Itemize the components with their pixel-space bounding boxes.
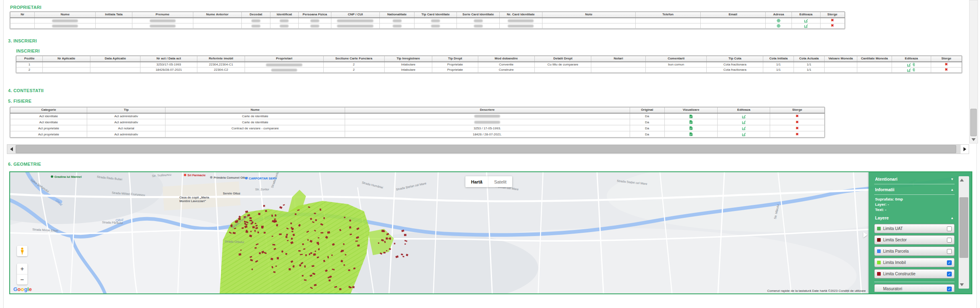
table-row[interactable]: ✖	[10, 23, 845, 28]
delete-icon[interactable]: ✖	[796, 120, 799, 124]
scroll-down-button[interactable]	[970, 136, 978, 143]
delete-icon[interactable]: ✖	[945, 62, 948, 66]
layer-toggle-limita-constructie[interactable]: Limita Constructie✓	[874, 269, 955, 278]
horizontal-scrollbar[interactable]	[7, 144, 969, 154]
zoom-in-button[interactable]: +	[17, 264, 27, 274]
edit-icon[interactable]	[742, 120, 746, 124]
column-header[interactable]: Cantitate Moneda	[857, 56, 892, 62]
delete-icon[interactable]: ✖	[831, 18, 834, 22]
edit-icon[interactable]	[742, 114, 746, 118]
satellite-view-button[interactable]: Satelit	[488, 176, 512, 187]
panel-scrollbar[interactable]	[959, 176, 969, 289]
column-header[interactable]: Cota Actuala	[794, 56, 824, 62]
column-header[interactable]: Adresa	[765, 12, 792, 18]
column-header[interactable]: Telefon	[635, 12, 700, 18]
column-header[interactable]: Descriere	[345, 108, 630, 113]
poi-label[interactable]: Primăria Comunei Oituz	[214, 176, 248, 179]
column-header[interactable]: Sterge	[770, 108, 825, 113]
layer-toggle-masuratori[interactable]: Masuratori✓	[874, 284, 955, 292]
edit-icon[interactable]	[804, 19, 808, 23]
panel-scrollbar-thumb[interactable]	[959, 197, 968, 258]
arrow-up-icon[interactable]	[960, 179, 964, 181]
panel-section-informatii[interactable]: Informatii ▲	[874, 185, 955, 194]
table-row[interactable]: Act proprietateAct administrativ18426 / …	[10, 131, 825, 137]
attachment-icon[interactable]	[912, 63, 916, 67]
column-header[interactable]: Email	[700, 12, 765, 18]
column-header[interactable]: Editeaza	[718, 108, 770, 113]
column-header[interactable]: Cota Initiala	[763, 56, 794, 62]
column-header[interactable]: Nr. Card Identitate	[500, 12, 542, 18]
column-header[interactable]: Persoana Fizica	[299, 12, 331, 18]
delete-icon[interactable]: ✖	[796, 114, 799, 118]
column-header[interactable]: Valoare Moneda	[824, 56, 857, 62]
poi-icon[interactable]	[184, 174, 186, 176]
column-header[interactable]: Proprietari	[245, 56, 323, 62]
table-row[interactable]: Act identitateAct administrativCarte de …	[10, 119, 825, 125]
delete-icon[interactable]: ✖	[831, 23, 834, 27]
poi-label[interactable]: Serele Oituz	[223, 192, 241, 195]
edit-icon[interactable]	[742, 126, 746, 130]
edit-icon[interactable]	[742, 132, 746, 136]
column-header[interactable]: Editeaza	[892, 56, 931, 62]
delete-icon[interactable]: ✖	[796, 132, 799, 136]
column-header[interactable]: Sterge	[820, 12, 844, 18]
column-header[interactable]: Decedat	[242, 12, 270, 18]
column-header[interactable]: Initiala Tata	[96, 12, 132, 18]
scroll-left-button[interactable]	[7, 145, 15, 154]
map-canvas[interactable]: Valea ȘtefanuluiStrada Radu BubeiStr. Tr…	[9, 171, 972, 294]
column-header[interactable]: Notari	[591, 56, 646, 62]
vertical-scrollbar-thumb[interactable]	[970, 109, 977, 136]
column-header[interactable]: Categorie	[10, 108, 87, 113]
layer-checkbox[interactable]	[947, 226, 952, 231]
panel-section-layere[interactable]: Layere ▲	[874, 213, 955, 222]
edit-icon[interactable]	[804, 24, 808, 28]
column-header[interactable]: Referinte imobil	[197, 56, 245, 62]
table-row[interactable]: Act proprietateAct notarialContract de v…	[10, 125, 825, 131]
column-header[interactable]: Original	[630, 108, 664, 113]
arrow-down-icon[interactable]	[960, 283, 964, 286]
attachment-icon[interactable]	[912, 68, 916, 72]
column-header[interactable]: Tip Inregistrare	[384, 56, 432, 62]
scroll-right-button[interactable]	[961, 145, 969, 154]
table-row[interactable]: 13253/17-05-199322304,22304-C12Intabular…	[17, 62, 962, 68]
column-header[interactable]: Data Aplicatie	[90, 56, 140, 62]
layer-toggle-limita-parcela[interactable]: Limita Parcela	[874, 247, 955, 256]
column-header[interactable]: Prenume	[132, 12, 193, 18]
globe-icon[interactable]	[777, 24, 781, 28]
column-header[interactable]: Identificat	[270, 12, 298, 18]
poi-label[interactable]: CARPORTAR SERV	[249, 177, 277, 180]
column-header[interactable]: Comentarii	[646, 56, 707, 62]
layer-checkbox[interactable]	[947, 238, 952, 243]
column-header[interactable]: Mod dobandire	[478, 56, 534, 62]
column-header[interactable]: Nr Aplicatie	[42, 56, 90, 62]
column-header[interactable]: Vizualizare	[664, 108, 718, 113]
poi-label[interactable]: Casa de copii „MariaMontini Lavezzari”	[179, 196, 209, 203]
poi-label[interactable]: Sri Farmacie	[187, 173, 205, 177]
document-icon[interactable]	[689, 126, 693, 130]
column-header[interactable]: Serie Card Identitate	[457, 12, 500, 18]
poi-icon[interactable]	[51, 175, 53, 178]
table-row[interactable]: ✖	[10, 18, 845, 23]
column-header[interactable]: Nationalitate	[380, 12, 415, 18]
column-header[interactable]: Editeaza	[792, 12, 820, 18]
edit-icon[interactable]	[907, 63, 911, 67]
delete-icon[interactable]: ✖	[796, 126, 799, 130]
poi-icon[interactable]	[245, 177, 247, 179]
horizontal-scrollbar-thumb[interactable]	[16, 145, 956, 153]
edit-icon[interactable]	[907, 68, 911, 72]
table-row[interactable]: 218426/28-07-202122304-C22IntabulareProp…	[17, 67, 962, 72]
layer-checkbox[interactable]: ✓	[947, 287, 952, 291]
column-header[interactable]: Nr	[10, 12, 35, 18]
delete-icon[interactable]: ✖	[945, 68, 948, 72]
layer-toggle-limita-sector[interactable]: Limita Sector	[874, 235, 955, 245]
layer-checkbox[interactable]	[947, 249, 952, 254]
column-header[interactable]: Nume Anterior	[193, 12, 242, 18]
pegman-button[interactable]	[17, 246, 27, 256]
column-header[interactable]: Nume	[165, 108, 345, 113]
column-header[interactable]: Tip	[87, 108, 165, 113]
column-header[interactable]: Tip Card Identitate	[414, 12, 457, 18]
vertical-scrollbar[interactable]	[969, 0, 978, 143]
map-view-button[interactable]: Hartă	[465, 176, 488, 187]
layer-checkbox[interactable]: ✓	[947, 260, 952, 265]
column-header[interactable]: Sterge	[931, 56, 962, 62]
